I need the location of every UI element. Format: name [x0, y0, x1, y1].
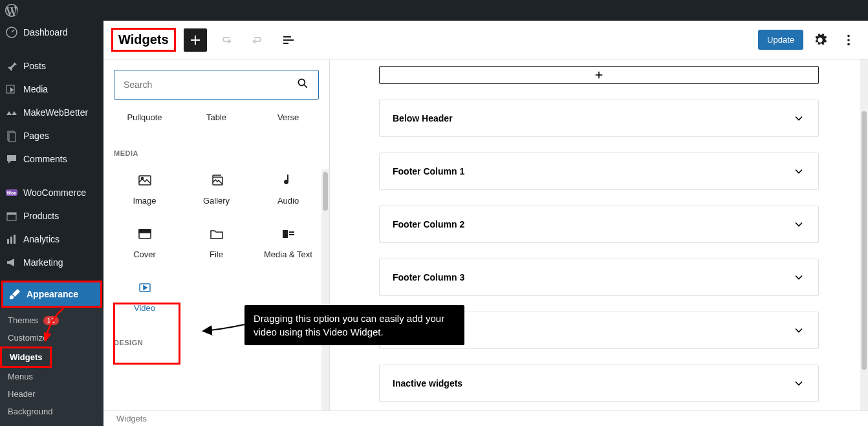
block-cover[interactable]: Cover: [109, 216, 180, 270]
block-label: Audio: [277, 196, 299, 206]
annotation-tooltip: Dragging this option you can easily add …: [244, 305, 464, 345]
svg-rect-7: [7, 213, 16, 215]
gallery-icon: [209, 173, 224, 188]
block-video[interactable]: Video: [109, 270, 180, 323]
comment-icon: [5, 153, 18, 165]
chevron-down-icon: [792, 324, 805, 337]
menu-posts[interactable]: Posts: [0, 54, 103, 78]
chevron-down-icon: [792, 112, 805, 125]
canvas-scrollbar[interactable]: [860, 59, 868, 426]
inserter-scroll[interactable]: Pullquote Table Verse MEDIA Image Galler…: [103, 110, 329, 426]
block-label[interactable]: Verse: [252, 110, 324, 125]
widget-area[interactable]: Footer Column 1: [379, 153, 819, 190]
page-icon: [5, 129, 18, 142]
breadcrumb-bar: Widgets: [103, 410, 868, 426]
page-title: Widgets: [111, 28, 176, 52]
widget-area[interactable]: Footer Column 2: [379, 206, 819, 243]
editor-body: Pullquote Table Verse MEDIA Image Galler…: [103, 59, 868, 426]
list-view-button[interactable]: [277, 28, 300, 52]
menu-label: Posts: [23, 61, 46, 71]
block-inserter-panel: Pullquote Table Verse MEDIA Image Galler…: [103, 59, 330, 426]
plus-icon: [188, 32, 203, 48]
scrollbar-thumb[interactable]: [323, 172, 328, 211]
breadcrumb[interactable]: Widgets: [116, 414, 147, 423]
svg-point-16: [141, 178, 143, 180]
menu-woocommerce[interactable]: Woo WooCommerce: [0, 181, 103, 204]
wordpress-logo-icon[interactable]: [5, 4, 18, 17]
area-title: Footer Column 2: [393, 219, 464, 229]
list-view-icon: [281, 32, 296, 48]
settings-button[interactable]: [808, 28, 832, 52]
menu-marketing[interactable]: Marketing: [0, 251, 103, 274]
search-box[interactable]: [114, 70, 319, 100]
annotation-arrow-red: [44, 307, 70, 346]
block-audio[interactable]: Audio: [252, 162, 324, 216]
chevron-down-icon: [792, 377, 805, 390]
analytics-icon: [5, 233, 18, 246]
annotation-arrow-black: [201, 318, 246, 337]
svg-point-14: [298, 79, 305, 85]
block-label: Image: [133, 196, 156, 206]
block-label[interactable]: Pullquote: [109, 110, 180, 125]
area-title: Below Header: [393, 113, 453, 123]
update-button[interactable]: Update: [758, 30, 803, 50]
block-file[interactable]: File: [180, 216, 252, 270]
add-block-button[interactable]: [184, 28, 207, 52]
woo-icon: Woo: [5, 186, 18, 199]
menu-comments[interactable]: Comments: [0, 147, 103, 171]
more-vertical-icon: [841, 33, 856, 47]
widget-area[interactable]: Footer Column 3: [379, 259, 819, 296]
video-icon: [137, 280, 153, 295]
submenu-label: Customize: [8, 333, 47, 343]
svg-rect-8: [7, 239, 9, 244]
prev-block-row: Pullquote Table Verse: [103, 110, 329, 125]
more-options-button[interactable]: [837, 28, 860, 52]
menu-dashboard[interactable]: Dashboard: [0, 21, 103, 44]
block-label: File: [210, 250, 223, 259]
category-media: MEDIA: [103, 144, 329, 162]
submenu-storefront[interactable]: Storefront: [0, 420, 103, 426]
menu-makewebbetter[interactable]: MakeWebBetter: [0, 101, 103, 124]
block-media-text[interactable]: Media & Text: [252, 216, 324, 270]
submenu-header[interactable]: Header: [0, 385, 103, 403]
widget-area[interactable]: Below Header: [379, 100, 819, 137]
menu-analytics[interactable]: Analytics: [0, 228, 103, 251]
widget-area-inactive[interactable]: Inactive widgets: [379, 365, 819, 402]
svg-point-13: [847, 43, 850, 45]
inserter-scrollbar[interactable]: [321, 169, 329, 426]
block-image[interactable]: Image: [109, 162, 180, 216]
menu-pages[interactable]: Pages: [0, 124, 103, 147]
undo-button[interactable]: [215, 28, 238, 52]
block-gallery[interactable]: Gallery: [180, 162, 252, 216]
widget-areas-canvas[interactable]: Below Header Footer Column 1 Footer Colu…: [330, 59, 868, 426]
menu-products[interactable]: Products: [0, 204, 103, 228]
scrollbar-thumb[interactable]: [862, 111, 867, 370]
submenu-widgets[interactable]: Widgets: [0, 346, 52, 368]
product-icon: [5, 209, 18, 222]
svg-rect-21: [289, 231, 294, 233]
area-title: Footer Column 3: [393, 272, 464, 282]
submenu-label: Background: [8, 407, 52, 416]
gear-icon: [813, 33, 827, 47]
menu-label: WooCommerce: [23, 187, 86, 198]
menu-label: Media: [23, 84, 48, 94]
menu-media[interactable]: Media: [0, 78, 103, 101]
add-block-slot[interactable]: [379, 66, 819, 84]
menu-label: Appearance: [27, 289, 78, 299]
svg-point-11: [847, 34, 850, 37]
block-label: Gallery: [203, 196, 230, 206]
media-icon: [5, 83, 18, 96]
block-label: Cover: [133, 250, 156, 259]
menu-appearance[interactable]: Appearance: [1, 281, 102, 308]
chevron-down-icon: [792, 218, 805, 231]
megaphone-icon: [5, 256, 18, 269]
menu-label: Comments: [23, 154, 67, 164]
redo-button[interactable]: [246, 28, 269, 52]
search-input[interactable]: [124, 80, 296, 90]
svg-rect-20: [283, 230, 288, 238]
editor-main: Widgets Update: [103, 21, 868, 426]
submenu-background[interactable]: Background: [0, 403, 103, 420]
svg-rect-19: [139, 229, 151, 233]
submenu-menus[interactable]: Menus: [0, 368, 103, 385]
block-label[interactable]: Table: [180, 110, 252, 125]
